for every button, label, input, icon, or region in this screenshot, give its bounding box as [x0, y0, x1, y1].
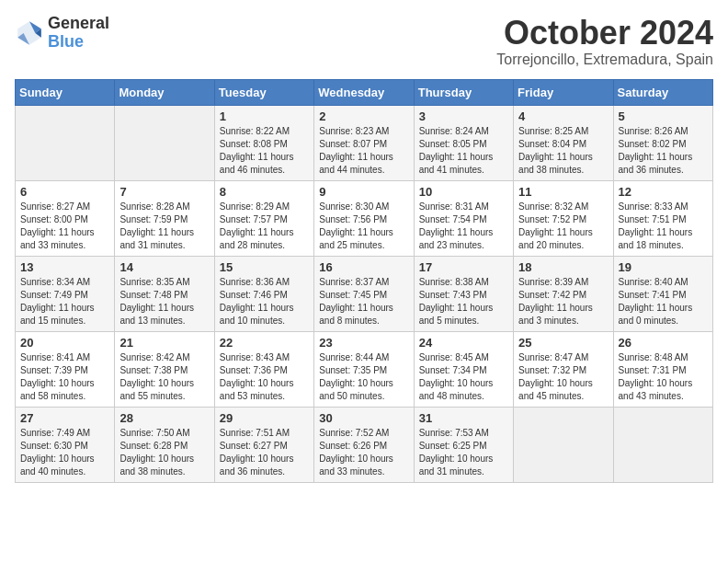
day-number: 20: [20, 336, 109, 350]
day-header-friday: Friday: [514, 79, 613, 105]
day-info: Sunrise: 7:51 AMSunset: 6:27 PMDaylight:…: [220, 427, 309, 478]
day-number: 17: [419, 260, 508, 274]
day-info: Sunrise: 8:39 AMSunset: 7:42 PMDaylight:…: [518, 276, 608, 327]
day-info: Sunrise: 8:35 AMSunset: 7:48 PMDaylight:…: [119, 276, 209, 327]
day-number: 18: [518, 260, 608, 274]
day-header-wednesday: Wednesday: [314, 79, 414, 105]
day-info: Sunrise: 8:41 AMSunset: 7:39 PMDaylight:…: [20, 351, 109, 403]
day-number: 6: [20, 185, 109, 199]
day-info: Sunrise: 8:37 AMSunset: 7:45 PMDaylight:…: [319, 276, 408, 327]
calendar-cell: 27 Sunrise: 7:49 AMSunset: 6:30 PMDaylig…: [16, 407, 115, 482]
calendar-cell: 15 Sunrise: 8:36 AMSunset: 7:46 PMDaylig…: [214, 256, 313, 331]
day-number: 16: [319, 260, 408, 274]
calendar-cell: 24 Sunrise: 8:45 AMSunset: 7:34 PMDaylig…: [414, 331, 513, 407]
day-number: 13: [20, 260, 109, 274]
day-number: 12: [619, 185, 708, 199]
day-info: Sunrise: 7:50 AMSunset: 6:28 PMDaylight:…: [119, 427, 209, 478]
week-row-2: 6 Sunrise: 8:27 AMSunset: 8:00 PMDayligh…: [16, 180, 713, 256]
week-row-5: 27 Sunrise: 7:49 AMSunset: 6:30 PMDaylig…: [16, 407, 713, 482]
day-number: 26: [619, 336, 708, 350]
calendar-cell: 17 Sunrise: 8:38 AMSunset: 7:43 PMDaylig…: [414, 256, 513, 331]
calendar-cell: 19 Sunrise: 8:40 AMSunset: 7:41 PMDaylig…: [613, 256, 712, 331]
day-info: Sunrise: 8:30 AMSunset: 7:56 PMDaylight:…: [319, 201, 408, 252]
logo-text: General Blue: [48, 15, 109, 52]
day-number: 22: [220, 336, 309, 350]
calendar-table: SundayMondayTuesdayWednesdayThursdayFrid…: [15, 79, 713, 483]
day-number: 2: [319, 109, 408, 123]
calendar-cell: 6 Sunrise: 8:27 AMSunset: 8:00 PMDayligh…: [16, 180, 115, 256]
calendar-cell: 8 Sunrise: 8:29 AMSunset: 7:57 PMDayligh…: [214, 180, 313, 256]
day-number: 8: [220, 185, 309, 199]
day-info: Sunrise: 8:29 AMSunset: 7:57 PMDaylight:…: [220, 201, 309, 252]
calendar-cell: 22 Sunrise: 8:43 AMSunset: 7:36 PMDaylig…: [214, 331, 313, 407]
title-block: October 2024 Torrejoncillo, Extremadura,…: [496, 15, 713, 68]
calendar-cell: 18 Sunrise: 8:39 AMSunset: 7:42 PMDaylig…: [514, 256, 613, 331]
day-header-tuesday: Tuesday: [214, 79, 313, 105]
day-info: Sunrise: 8:25 AMSunset: 8:04 PMDaylight:…: [518, 125, 608, 177]
day-info: Sunrise: 8:34 AMSunset: 7:49 PMDaylight:…: [20, 276, 109, 327]
calendar-cell: 5 Sunrise: 8:26 AMSunset: 8:02 PMDayligh…: [613, 105, 712, 180]
day-info: Sunrise: 8:42 AMSunset: 7:38 PMDaylight:…: [119, 351, 209, 403]
calendar-cell: [115, 105, 214, 180]
day-header-sunday: Sunday: [16, 79, 115, 105]
calendar-cell: 26 Sunrise: 8:48 AMSunset: 7:31 PMDaylig…: [613, 331, 712, 407]
day-info: Sunrise: 8:32 AMSunset: 7:52 PMDaylight:…: [518, 201, 608, 252]
calendar-cell: 21 Sunrise: 8:42 AMSunset: 7:38 PMDaylig…: [115, 331, 214, 407]
calendar-cell: 13 Sunrise: 8:34 AMSunset: 7:49 PMDaylig…: [16, 256, 115, 331]
day-number: 24: [419, 336, 508, 350]
day-info: Sunrise: 7:49 AMSunset: 6:30 PMDaylight:…: [20, 427, 109, 478]
day-info: Sunrise: 8:45 AMSunset: 7:34 PMDaylight:…: [419, 351, 508, 403]
day-info: Sunrise: 8:48 AMSunset: 7:31 PMDaylight:…: [619, 351, 708, 403]
day-number: 29: [220, 411, 309, 425]
day-number: 25: [518, 336, 608, 350]
calendar-cell: 23 Sunrise: 8:44 AMSunset: 7:35 PMDaylig…: [314, 331, 414, 407]
calendar-cell: [514, 407, 613, 482]
day-info: Sunrise: 8:36 AMSunset: 7:46 PMDaylight:…: [220, 276, 309, 327]
calendar-cell: 4 Sunrise: 8:25 AMSunset: 8:04 PMDayligh…: [514, 105, 613, 180]
calendar-cell: 28 Sunrise: 7:50 AMSunset: 6:28 PMDaylig…: [115, 407, 214, 482]
day-number: 9: [319, 185, 408, 199]
day-number: 4: [518, 109, 608, 123]
calendar-cell: [16, 105, 115, 180]
day-number: 19: [619, 260, 708, 274]
month-title: October 2024: [496, 15, 713, 52]
day-info: Sunrise: 8:47 AMSunset: 7:32 PMDaylight:…: [518, 351, 608, 403]
week-row-4: 20 Sunrise: 8:41 AMSunset: 7:39 PMDaylig…: [16, 331, 713, 407]
day-info: Sunrise: 8:22 AMSunset: 8:08 PMDaylight:…: [220, 125, 309, 177]
day-number: 27: [20, 411, 109, 425]
logo: General Blue: [15, 15, 109, 52]
week-row-1: 1 Sunrise: 8:22 AMSunset: 8:08 PMDayligh…: [16, 105, 713, 180]
day-header-thursday: Thursday: [414, 79, 513, 105]
calendar-cell: 7 Sunrise: 8:28 AMSunset: 7:59 PMDayligh…: [115, 180, 214, 256]
day-info: Sunrise: 8:44 AMSunset: 7:35 PMDaylight:…: [319, 351, 408, 403]
day-number: 23: [319, 336, 408, 350]
calendar-cell: 10 Sunrise: 8:31 AMSunset: 7:54 PMDaylig…: [414, 180, 513, 256]
day-number: 5: [619, 109, 708, 123]
day-info: Sunrise: 8:27 AMSunset: 8:00 PMDaylight:…: [20, 201, 109, 252]
day-number: 31: [419, 411, 508, 425]
day-number: 21: [119, 336, 209, 350]
week-row-3: 13 Sunrise: 8:34 AMSunset: 7:49 PMDaylig…: [16, 256, 713, 331]
day-info: Sunrise: 8:24 AMSunset: 8:05 PMDaylight:…: [419, 125, 508, 177]
day-header-saturday: Saturday: [613, 79, 712, 105]
calendar-cell: [613, 407, 712, 482]
calendar-cell: 20 Sunrise: 8:41 AMSunset: 7:39 PMDaylig…: [16, 331, 115, 407]
calendar-cell: 1 Sunrise: 8:22 AMSunset: 8:08 PMDayligh…: [214, 105, 313, 180]
day-info: Sunrise: 8:43 AMSunset: 7:36 PMDaylight:…: [220, 351, 309, 403]
day-info: Sunrise: 7:53 AMSunset: 6:25 PMDaylight:…: [419, 427, 508, 478]
day-info: Sunrise: 8:40 AMSunset: 7:41 PMDaylight:…: [619, 276, 708, 327]
calendar-cell: 31 Sunrise: 7:53 AMSunset: 6:25 PMDaylig…: [414, 407, 513, 482]
calendar-cell: 29 Sunrise: 7:51 AMSunset: 6:27 PMDaylig…: [214, 407, 313, 482]
header-row: SundayMondayTuesdayWednesdayThursdayFrid…: [16, 79, 713, 105]
day-number: 15: [220, 260, 309, 274]
day-number: 1: [220, 109, 309, 123]
calendar-cell: 3 Sunrise: 8:24 AMSunset: 8:05 PMDayligh…: [414, 105, 513, 180]
calendar-cell: 30 Sunrise: 7:52 AMSunset: 6:26 PMDaylig…: [314, 407, 414, 482]
logo-icon: [15, 18, 44, 48]
page-header: General Blue October 2024 Torrejoncillo,…: [15, 15, 713, 68]
calendar-cell: 16 Sunrise: 8:37 AMSunset: 7:45 PMDaylig…: [314, 256, 414, 331]
day-info: Sunrise: 8:33 AMSunset: 7:51 PMDaylight:…: [619, 201, 708, 252]
location: Torrejoncillo, Extremadura, Spain: [496, 52, 713, 68]
day-number: 7: [119, 185, 209, 199]
day-info: Sunrise: 8:23 AMSunset: 8:07 PMDaylight:…: [319, 125, 408, 177]
